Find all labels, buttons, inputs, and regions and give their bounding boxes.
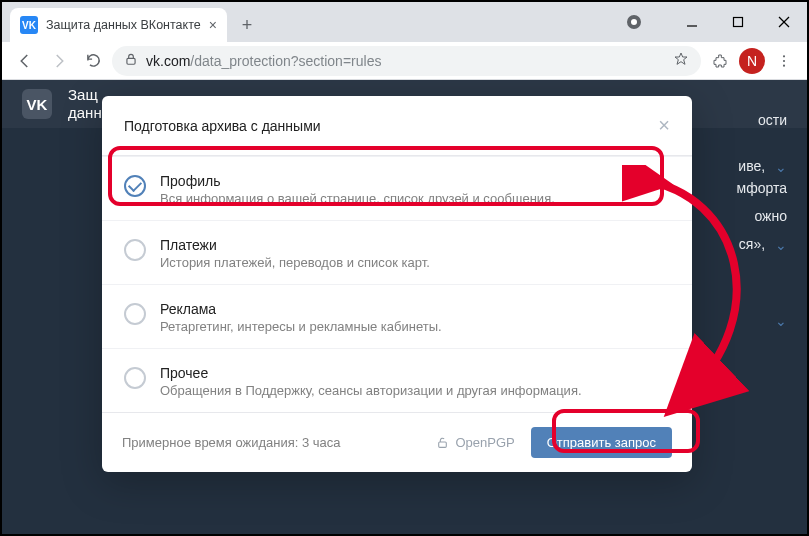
archive-modal: Подготовка архива с данными × Профиль Вс…: [102, 96, 692, 472]
tab-strip: VK Защита данных ВКонтакте × +: [2, 2, 807, 42]
option-title: Реклама: [160, 301, 442, 317]
window-controls: [623, 2, 807, 42]
svg-point-6: [783, 59, 785, 61]
send-request-button[interactable]: Отправить запрос: [531, 427, 672, 458]
option-title: Прочее: [160, 365, 582, 381]
profile-avatar[interactable]: N: [739, 48, 765, 74]
radio-icon[interactable]: [124, 367, 146, 389]
vk-header-title: Защ данн: [68, 86, 102, 122]
back-button[interactable]: [10, 46, 40, 76]
svg-point-5: [783, 55, 785, 57]
option-other[interactable]: Прочее Обращения в Поддержку, сеансы авт…: [102, 348, 692, 412]
radio-checked-icon[interactable]: [124, 175, 146, 197]
tab-close-icon[interactable]: ×: [209, 17, 217, 33]
bg-text: ⌄: [769, 312, 787, 328]
address-bar[interactable]: vk.com/data_protection?section=rules: [112, 46, 701, 76]
vk-logo-icon: VK: [22, 89, 52, 119]
chevron-down-icon: ⌄: [775, 313, 787, 329]
chevron-down-icon: ⌄: [775, 237, 787, 253]
bg-text: ожно: [754, 208, 787, 224]
star-icon[interactable]: [673, 51, 689, 70]
browser-toolbar: vk.com/data_protection?section=rules N: [2, 42, 807, 80]
option-desc: Обращения в Поддержку, сеансы авторизаци…: [160, 383, 582, 398]
option-title: Профиль: [160, 173, 555, 189]
page-viewport: VK Защ данн ости иве, ⌄ мфорта ожно ся»,…: [2, 80, 807, 534]
option-ads[interactable]: Реклама Ретаргетинг, интересы и рекламны…: [102, 284, 692, 348]
radio-icon[interactable]: [124, 239, 146, 261]
close-window-button[interactable]: [761, 6, 807, 38]
option-desc: Ретаргетинг, интересы и рекламные кабине…: [160, 319, 442, 334]
option-profile[interactable]: Профиль Вся информация о вашей странице,…: [102, 156, 692, 220]
chevron-down-icon: ⌄: [775, 159, 787, 175]
maximize-button[interactable]: [715, 6, 761, 38]
bg-text: мфорта: [737, 180, 787, 196]
modal-header: Подготовка архива с данными ×: [102, 96, 692, 156]
incognito-icon: [623, 6, 669, 38]
openpgp-button[interactable]: OpenPGP: [436, 435, 514, 450]
vk-favicon-icon: VK: [20, 16, 38, 34]
browser-tab[interactable]: VK Защита данных ВКонтакте ×: [10, 8, 227, 42]
url-text: vk.com/data_protection?section=rules: [146, 53, 665, 69]
reload-button[interactable]: [78, 46, 108, 76]
option-desc: История платежей, переводов и список кар…: [160, 255, 430, 270]
radio-icon[interactable]: [124, 303, 146, 325]
tab-title: Защита данных ВКонтакте: [46, 18, 201, 32]
option-payments[interactable]: Платежи История платежей, переводов и сп…: [102, 220, 692, 284]
minimize-button[interactable]: [669, 6, 715, 38]
bg-text: ся», ⌄: [739, 236, 787, 252]
close-icon[interactable]: ×: [658, 114, 670, 137]
new-tab-button[interactable]: +: [233, 11, 261, 39]
wait-time-label: Примерное время ожидания: 3 часа: [122, 435, 341, 450]
option-desc: Вся информация о вашей странице, список …: [160, 191, 555, 206]
extensions-icon[interactable]: [705, 46, 735, 76]
svg-point-7: [783, 64, 785, 66]
bg-text: ости: [758, 112, 787, 128]
option-title: Платежи: [160, 237, 430, 253]
lock-icon: [124, 52, 138, 69]
modal-title: Подготовка архива с данными: [124, 118, 321, 134]
svg-rect-8: [439, 442, 447, 447]
menu-icon[interactable]: [769, 46, 799, 76]
bg-text: иве, ⌄: [738, 158, 787, 174]
unlock-icon: [436, 436, 449, 449]
svg-rect-1: [734, 18, 743, 27]
modal-footer: Примерное время ожидания: 3 часа OpenPGP…: [102, 412, 692, 472]
svg-rect-4: [127, 58, 135, 64]
forward-button[interactable]: [44, 46, 74, 76]
